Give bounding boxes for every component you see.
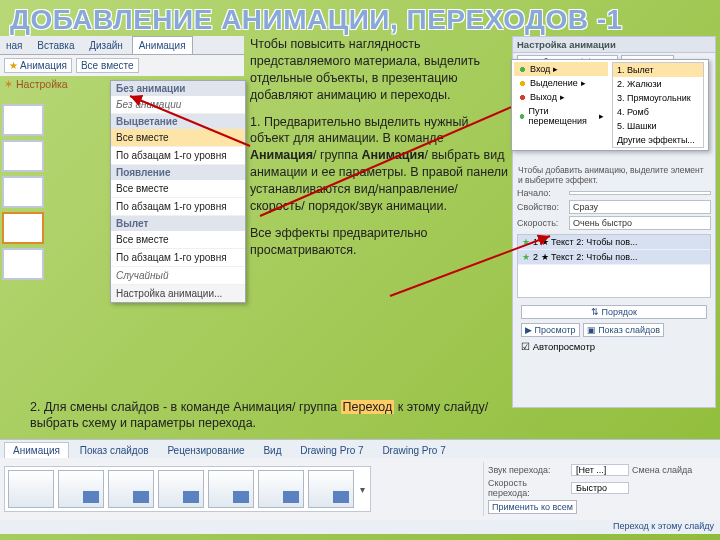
dir-value[interactable]: Сразу xyxy=(569,200,711,214)
tab-design[interactable]: Дизайн xyxy=(83,37,129,54)
play-button[interactable]: ▶ Просмотр xyxy=(521,323,580,337)
star-icon xyxy=(518,79,527,88)
para-step1: 1. Предварительно выделить нужный объект… xyxy=(250,114,508,215)
sm-effect[interactable]: 5. Шашки xyxy=(613,119,703,133)
bb-tab-addin[interactable]: Drawing Pro 7 xyxy=(374,443,453,458)
dd-item[interactable]: Без анимации xyxy=(111,96,245,114)
dd-item[interactable]: Все вместе xyxy=(111,231,245,249)
tab-insert[interactable]: Вставка xyxy=(31,37,80,54)
effect-submenu: Вход ▸ Выделение ▸ Выход ▸ Пути перемеще… xyxy=(511,59,709,151)
transition-thumb-none[interactable] xyxy=(8,470,54,508)
reorder-button[interactable]: ⇅ Порядок xyxy=(521,305,707,319)
sm-effect[interactable]: 4. Ромб xyxy=(613,105,703,119)
ribbon-tabs: ная Вставка Дизайн Анимация xyxy=(0,36,244,55)
star-icon: ★ xyxy=(9,60,18,71)
transition-thumb[interactable] xyxy=(308,470,354,508)
page-title: Добавление анимации, переходов -1 xyxy=(0,0,720,36)
gear-icon: ✶ xyxy=(4,78,13,90)
main-text: Чтобы повысить наглядность представляемо… xyxy=(250,36,508,269)
slide-thumb[interactable] xyxy=(2,104,44,136)
sm-effect[interactable]: 3. Прямоугольник xyxy=(613,91,703,105)
transition-thumb[interactable] xyxy=(208,470,254,508)
slide-thumb[interactable] xyxy=(2,140,44,172)
tab-animation[interactable]: Анимация xyxy=(132,36,193,54)
transition-ribbon: Анимация Показ слайдов Рецензирование Ви… xyxy=(0,439,720,534)
start-value[interactable] xyxy=(569,191,711,195)
start-label: Начало: xyxy=(517,188,569,198)
foot-text: 2. Для смены слайдов - в команде Анимаци… xyxy=(30,386,500,445)
dd-item[interactable]: Случайный xyxy=(111,267,245,285)
bb-tab-view[interactable]: Вид xyxy=(255,443,289,458)
dd-section-head: Вылет xyxy=(111,216,245,231)
star-icon: ★ xyxy=(522,237,530,247)
transition-options: Звук перехода:[Нет ...]Смена слайда Скор… xyxy=(483,462,716,516)
para-preview: Все эффекты предварительно просматривают… xyxy=(250,225,508,259)
bb-tabs: Анимация Показ слайдов Рецензирование Ви… xyxy=(0,440,720,458)
animation-pane: Настройка анимации ✶ Добавить эффект ▾ ✖… xyxy=(512,36,716,408)
animation-dropdown: Без анимации Без анимации Выцветание Все… xyxy=(110,80,246,303)
dd-item[interactable]: Все вместе xyxy=(111,180,245,198)
list-item[interactable]: ★1 ★ Текст 2: Чтобы пов... xyxy=(518,235,710,250)
transition-gallery[interactable]: ▾ xyxy=(4,466,371,512)
transition-thumb[interactable] xyxy=(58,470,104,508)
sound-value[interactable]: [Нет ...] xyxy=(571,464,629,476)
star-icon: ★ xyxy=(522,252,530,262)
slide-thumb[interactable] xyxy=(2,176,44,208)
dd-footer[interactable]: Настройка анимации... xyxy=(111,285,245,302)
bb-tab-animation[interactable]: Анимация xyxy=(4,442,69,458)
sm-effect[interactable]: 1. Вылет xyxy=(613,63,703,77)
para-intro: Чтобы повысить наглядность представляемо… xyxy=(250,36,508,104)
transition-thumb[interactable] xyxy=(158,470,204,508)
star-icon xyxy=(518,65,527,74)
dd-section-head: Выцветание xyxy=(111,114,245,129)
autopreview-check[interactable]: ☑ Автопросмотр xyxy=(521,341,595,352)
list-item[interactable]: ★2 ★ Текст 2: Чтобы пов... xyxy=(518,250,710,265)
dd-item[interactable]: По абзацам 1-го уровня xyxy=(111,147,245,165)
speed-label: Скорость: xyxy=(517,218,569,228)
dd-section-head: Появление xyxy=(111,165,245,180)
trans-speed-label: Скорость перехода: xyxy=(488,478,568,498)
sm-effect[interactable]: 2. Жалюзи xyxy=(613,77,703,91)
animation-combo[interactable]: Все вместе xyxy=(76,58,139,73)
sm-motion[interactable]: Пути перемещения ▸ xyxy=(514,104,608,128)
effect-list: ★1 ★ Текст 2: Чтобы пов... ★2 ★ Текст 2:… xyxy=(517,234,711,298)
transition-thumb[interactable] xyxy=(258,470,304,508)
bb-group-label: Переход к этому слайду xyxy=(0,520,720,532)
bb-tab-slideshow[interactable]: Показ слайдов xyxy=(72,443,157,458)
bb-tab-review[interactable]: Рецензирование xyxy=(159,443,252,458)
dd-section-head: Без анимации xyxy=(111,81,245,96)
sm-more-effects[interactable]: Другие эффекты... xyxy=(613,133,703,147)
gallery-more-icon[interactable]: ▾ xyxy=(358,484,367,495)
pane-title: Настройка анимации xyxy=(513,37,715,53)
slide-thumbs xyxy=(0,102,48,282)
sound-label: Звук перехода: xyxy=(488,465,568,475)
slide-thumb[interactable] xyxy=(2,248,44,280)
dd-item[interactable]: По абзацам 1-го уровня xyxy=(111,249,245,267)
star-icon xyxy=(518,93,527,102)
slide-thumb-selected[interactable] xyxy=(2,212,44,244)
speed-value[interactable]: Очень быстро xyxy=(569,216,711,230)
slideshow-button[interactable]: ▣ Показ слайдов xyxy=(583,323,664,337)
sm-entry[interactable]: Вход ▸ xyxy=(514,62,608,76)
dir-label: Свойство: xyxy=(517,202,569,212)
pane-hint: Чтобы добавить анимацию, выделите элемен… xyxy=(513,163,715,187)
para-step2: 2. Для смены слайдов - в команде Анимаци… xyxy=(30,399,500,433)
apply-all-button[interactable]: Применить ко всем xyxy=(488,500,577,514)
dd-item-selected[interactable]: Все вместе xyxy=(111,129,245,147)
change-label: Смена слайда xyxy=(632,465,712,475)
transition-thumb[interactable] xyxy=(108,470,154,508)
animation-dropdown-btn[interactable]: ★ Анимация xyxy=(4,58,72,73)
trans-speed-value[interactable]: Быстро xyxy=(571,482,629,494)
left-ribbon-mock: ная Вставка Дизайн Анимация ★ Анимация В… xyxy=(0,36,244,366)
tab-home[interactable]: ная xyxy=(0,37,29,54)
sm-exit[interactable]: Выход ▸ xyxy=(514,90,608,104)
dd-item[interactable]: По абзацам 1-го уровня xyxy=(111,198,245,216)
star-icon xyxy=(518,112,526,121)
bb-tab-addin[interactable]: Drawing Pro 7 xyxy=(292,443,371,458)
sm-emphasis[interactable]: Выделение ▸ xyxy=(514,76,608,90)
